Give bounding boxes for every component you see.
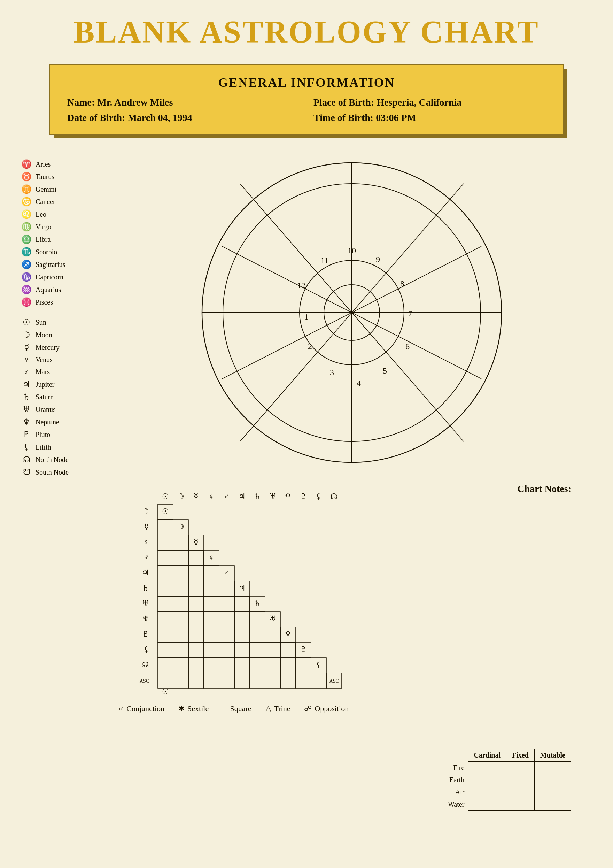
svg-text:♅: ♅ [269, 614, 276, 623]
element-table: CardinalFixedMutableFireEarthAirWater [442, 749, 571, 811]
svg-text:♂: ♂ [224, 492, 230, 501]
aspect-symbol: ☍ [304, 704, 312, 713]
svg-text:☉: ☉ [162, 492, 169, 501]
svg-rect-82 [219, 612, 234, 627]
svg-rect-119 [204, 673, 219, 688]
svg-text:⚸: ⚸ [316, 492, 322, 501]
svg-rect-108 [204, 657, 219, 673]
svg-rect-71 [158, 596, 173, 612]
svg-rect-126 [311, 673, 327, 688]
svg-rect-76 [234, 596, 250, 612]
svg-rect-114 [296, 657, 311, 673]
zodiac-item-capricorn: ♑Capricorn [21, 272, 98, 282]
planet-symbol: ♄ [21, 392, 32, 402]
svg-text:☽: ☽ [177, 522, 184, 531]
zodiac-symbol: ♐ [21, 260, 32, 269]
planet-label: Jupiter [36, 381, 54, 389]
element-cell [534, 774, 571, 786]
svg-text:4: 4 [357, 378, 361, 388]
zodiac-item-aries: ♈Aries [21, 159, 98, 169]
svg-rect-80 [189, 612, 204, 627]
zodiac-legend: ♈Aries♉Taurus♊Gemini♋Cancer♌Leo♍Virgo♎Li… [21, 159, 98, 307]
planet-label: Venus [36, 356, 53, 364]
zodiac-symbol: ♏ [21, 247, 32, 257]
dob-field: Date of Birth: March 04, 1994 [67, 112, 300, 123]
aspect-trine: △Trine [265, 704, 291, 713]
svg-rect-120 [219, 673, 234, 688]
svg-text:☊: ☊ [142, 660, 149, 669]
element-table-header: Cardinal [468, 749, 506, 762]
aspect-opposition: ☍Opposition [304, 704, 349, 713]
zodiac-symbol: ♓ [21, 297, 32, 307]
aspect-label: Trine [274, 704, 291, 713]
aspect-symbol: □ [223, 704, 227, 713]
legend-panel: ♈Aries♉Taurus♊Gemini♋Cancer♌Leo♍Virgo♎Li… [21, 156, 98, 811]
tob-field: Time of Birth: 03:06 PM [313, 112, 546, 123]
zodiac-item-cancer: ♋Cancer [21, 197, 98, 207]
svg-text:2: 2 [308, 342, 312, 351]
svg-text:10: 10 [348, 246, 356, 255]
planet-label: Pluto [36, 431, 50, 439]
svg-rect-56 [158, 550, 173, 566]
svg-rect-95 [158, 642, 173, 657]
planet-item-saturn: ♄Saturn [21, 392, 98, 402]
svg-text:♅: ♅ [269, 492, 276, 501]
svg-text:♄: ♄ [142, 584, 149, 592]
planet-item-uranus: ♅Uranus [21, 405, 98, 414]
planet-symbol: ♆ [21, 417, 32, 427]
planet-label: Mercury [36, 344, 60, 352]
planet-symbol: ☿ [21, 343, 32, 352]
svg-rect-107 [189, 657, 204, 673]
svg-text:♀: ♀ [209, 553, 215, 562]
zodiac-item-gemini: ♊Gemini [21, 184, 98, 194]
aspect-square: □Square [223, 704, 251, 713]
astrology-wheel: 1 2 3 4 5 6 7 8 9 10 11 [195, 156, 509, 470]
svg-text:♂: ♂ [224, 568, 230, 577]
svg-text:♃: ♃ [238, 492, 246, 501]
zodiac-label: Libra [36, 236, 51, 243]
svg-text:ASC: ASC [140, 679, 149, 684]
svg-text:☽: ☽ [177, 492, 184, 501]
info-section-title: GENERAL INFORMATION [67, 75, 546, 90]
svg-text:☊: ☊ [331, 492, 337, 501]
planet-item-sun: ☉Sun [21, 318, 98, 327]
aspect-label: Conjunction [127, 704, 164, 713]
svg-text:♅: ♅ [142, 599, 149, 608]
aspect-label: Square [230, 704, 251, 713]
planet-item-jupiter: ♃Jupiter [21, 380, 98, 389]
notes-and-table: Chart Notes: CardinalFixedMutableFireEar… [369, 483, 592, 811]
svg-text:7: 7 [408, 309, 412, 318]
svg-text:3: 3 [330, 368, 334, 377]
svg-text:☿: ☿ [193, 538, 198, 546]
svg-rect-79 [173, 612, 189, 627]
planet-item-north-node: ☊North Node [21, 455, 98, 465]
svg-rect-58 [189, 550, 204, 566]
planet-label: Uranus [36, 406, 56, 414]
svg-rect-51 [158, 519, 173, 535]
chart-notes-label: Chart Notes: [517, 483, 571, 494]
svg-rect-92 [250, 627, 265, 642]
svg-rect-75 [219, 596, 234, 612]
planet-symbol: ☽ [21, 330, 32, 340]
zodiac-item-taurus: ♉Taurus [21, 172, 98, 181]
zodiac-label: Aries [36, 160, 51, 168]
svg-rect-102 [265, 642, 280, 657]
svg-rect-54 [173, 535, 189, 550]
element-cell [506, 786, 535, 798]
svg-rect-118 [189, 673, 204, 688]
svg-rect-101 [250, 642, 265, 657]
svg-text:♃: ♃ [238, 584, 246, 592]
zodiac-symbol: ♊ [21, 184, 32, 194]
svg-rect-66 [173, 581, 189, 596]
element-table-header: Mutable [534, 749, 571, 762]
svg-text:6: 6 [406, 342, 410, 351]
svg-text:♀: ♀ [144, 538, 149, 546]
planet-symbol: ♂ [21, 367, 32, 377]
aspect-grid: ☉ ☽ ☿ ♀ ♂ ♃ ♄ ♅ ♆ ♇ ⚸ ☊ ☽ ☿ ♀ ♂ [111, 483, 355, 699]
svg-text:12: 12 [297, 281, 305, 290]
aspect-symbol: ✱ [178, 704, 184, 713]
svg-rect-93 [265, 627, 280, 642]
svg-rect-87 [173, 627, 189, 642]
svg-rect-61 [173, 566, 189, 581]
aspect-label: Opposition [314, 704, 349, 713]
